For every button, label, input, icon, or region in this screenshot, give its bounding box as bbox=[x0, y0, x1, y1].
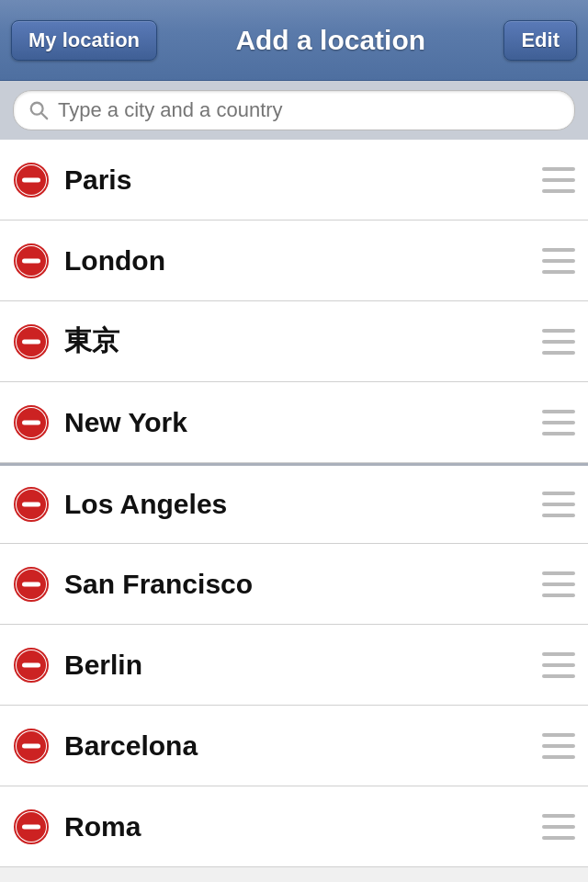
page-title: Add a location bbox=[157, 25, 503, 56]
svg-rect-7 bbox=[22, 258, 40, 263]
delete-icon[interactable] bbox=[13, 728, 50, 764]
reorder-icon[interactable] bbox=[542, 329, 575, 355]
reorder-icon[interactable] bbox=[542, 167, 575, 193]
delete-icon[interactable] bbox=[13, 566, 50, 603]
city-name: Los Angeles bbox=[64, 489, 542, 520]
city-name: Barcelona bbox=[64, 730, 542, 762]
list-item: Paris bbox=[0, 140, 588, 220]
list-item: Berlin bbox=[0, 625, 588, 706]
list-item: Roma bbox=[0, 786, 588, 867]
city-name: Roma bbox=[64, 811, 542, 842]
svg-rect-10 bbox=[22, 339, 40, 344]
svg-rect-13 bbox=[22, 420, 40, 424]
list-item: Los Angeles bbox=[0, 463, 588, 544]
reorder-icon[interactable] bbox=[542, 492, 575, 517]
list-item: San Francisco bbox=[0, 544, 588, 625]
svg-line-1 bbox=[41, 113, 47, 119]
my-location-button[interactable]: My location bbox=[11, 20, 157, 61]
delete-icon[interactable] bbox=[13, 162, 50, 198]
list-item: 東京 bbox=[0, 301, 588, 382]
delete-icon[interactable] bbox=[13, 808, 50, 845]
city-name: London bbox=[64, 245, 542, 277]
delete-icon[interactable] bbox=[13, 647, 50, 684]
edit-button[interactable]: Edit bbox=[503, 20, 577, 61]
reorder-icon[interactable] bbox=[542, 410, 575, 435]
svg-rect-25 bbox=[22, 743, 40, 748]
search-input[interactable] bbox=[58, 98, 560, 122]
city-name: Paris bbox=[64, 164, 542, 196]
svg-rect-28 bbox=[22, 824, 40, 829]
reorder-icon[interactable] bbox=[542, 652, 575, 678]
city-name: San Francisco bbox=[64, 569, 542, 600]
city-name: Berlin bbox=[64, 650, 542, 681]
city-name: 東京 bbox=[64, 322, 542, 360]
delete-icon[interactable] bbox=[13, 486, 50, 523]
delete-icon[interactable] bbox=[13, 404, 50, 441]
list-item: Barcelona bbox=[0, 706, 588, 786]
search-input-wrapper bbox=[13, 90, 575, 130]
svg-rect-22 bbox=[22, 662, 40, 667]
city-name: New York bbox=[64, 407, 542, 438]
reorder-icon[interactable] bbox=[542, 248, 575, 274]
delete-icon[interactable] bbox=[13, 243, 50, 279]
reorder-icon[interactable] bbox=[542, 814, 575, 840]
location-list: Paris London 東京 New York Los Angeles San… bbox=[0, 140, 588, 867]
svg-rect-19 bbox=[22, 582, 40, 586]
delete-icon[interactable] bbox=[13, 323, 50, 360]
svg-rect-4 bbox=[22, 177, 40, 182]
list-item: New York bbox=[0, 382, 588, 463]
reorder-icon[interactable] bbox=[542, 571, 575, 597]
search-bar bbox=[0, 81, 588, 140]
list-item: London bbox=[0, 220, 588, 301]
svg-rect-16 bbox=[22, 503, 40, 507]
search-icon bbox=[28, 100, 49, 120]
app-header: My location Add a location Edit bbox=[0, 0, 588, 81]
reorder-icon[interactable] bbox=[542, 733, 575, 759]
